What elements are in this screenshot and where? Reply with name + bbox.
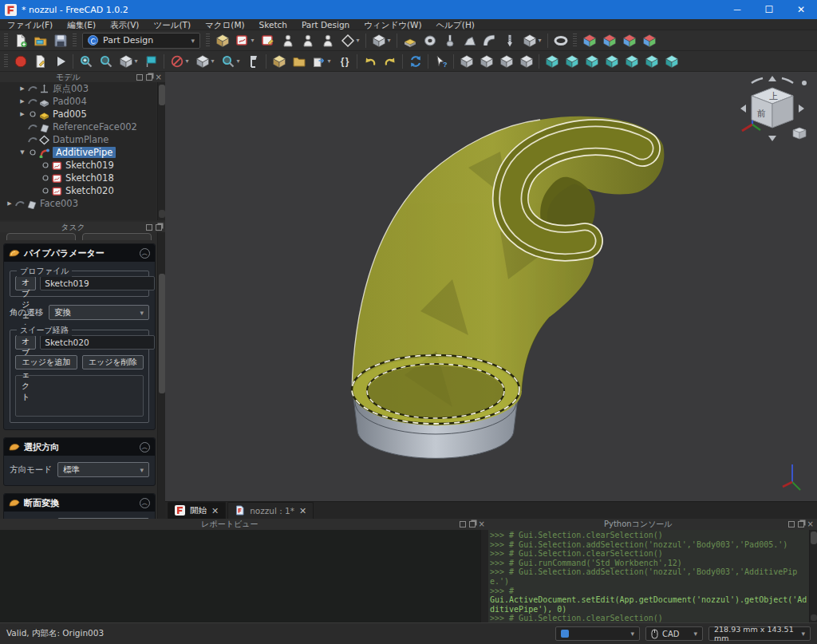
profile-object-button[interactable]: オブジェクト	[15, 276, 36, 290]
minimize-button[interactable]: ─	[721, 0, 753, 19]
navigation-cube[interactable]: 上 前	[736, 75, 809, 148]
macro-edit-button[interactable]	[30, 52, 50, 71]
sketch-validate-button[interactable]	[318, 31, 337, 50]
sketch-reorient-button[interactable]	[298, 31, 318, 50]
hole-button[interactable]	[420, 31, 440, 50]
tree-item-Sketch019[interactable]: Sketch019	[0, 159, 156, 172]
tree-expander-icon[interactable]: ▶	[18, 85, 27, 92]
pad-button[interactable]	[400, 31, 420, 50]
tree-expander-icon[interactable]: ▶	[18, 98, 27, 105]
panel-dock-icon[interactable]	[798, 521, 804, 527]
revolution-button[interactable]	[440, 31, 460, 50]
transform-polar-pattern-button[interactable]	[619, 31, 639, 50]
style-no-shading-button[interactable]	[622, 52, 641, 71]
whats-this-button[interactable]: ?	[431, 52, 451, 71]
tree-item-Sketch020[interactable]: Sketch020	[0, 184, 156, 197]
measure-button[interactable]	[243, 52, 263, 71]
panel-close-icon[interactable]: ×	[807, 521, 814, 527]
refresh-button[interactable]	[405, 52, 425, 71]
create-sketch-button[interactable]: ▾	[232, 31, 258, 50]
panel-float-icon[interactable]	[460, 521, 466, 527]
panel-dock-icon[interactable]	[156, 224, 162, 231]
group-tool-button[interactable]	[289, 52, 309, 71]
selection-color-dropdown[interactable]: ▾	[555, 626, 640, 641]
panel-close-icon[interactable]: ×	[156, 74, 162, 81]
redo-button[interactable]	[380, 52, 400, 71]
edge-list[interactable]	[15, 375, 144, 417]
draw-style-button[interactable]: ▾	[167, 52, 192, 71]
additive-primitive-button[interactable]: ▾	[519, 31, 545, 50]
navigation-style-dropdown[interactable]: CAD ▾	[645, 626, 703, 641]
add-edge-button[interactable]: エッジを追加	[15, 355, 77, 369]
tree-item-Pad004[interactable]: ▶Pad004	[0, 95, 156, 108]
tree-expander-icon[interactable]: ▼	[18, 149, 27, 156]
view-right-button[interactable]	[516, 52, 536, 71]
tree-item-Sketch018[interactable]: Sketch018	[0, 172, 156, 184]
menu-item-8[interactable]: ウィンドウ(W)	[357, 19, 428, 30]
style-flat-lines-button[interactable]	[661, 52, 681, 71]
tree-expander-icon[interactable]: ▶	[18, 111, 27, 117]
part-tool-button[interactable]	[269, 52, 289, 71]
dimension-dropdown[interactable]: 218.93 mm x 143.51 mm ▾	[708, 626, 811, 641]
menu-item-9[interactable]: ヘルプ(H)	[429, 19, 482, 30]
tree-item-Face003[interactable]: ▶Face003	[0, 197, 156, 210]
panel-close-icon[interactable]: ×	[479, 521, 485, 527]
clipping-plane-button[interactable]: ▾	[192, 52, 218, 71]
open-document-button[interactable]	[30, 31, 50, 50]
menu-item-7[interactable]: Part Design	[294, 19, 357, 30]
box-selection-button[interactable]	[141, 52, 161, 71]
direction-mode-combobox[interactable]: 標準 ▾	[57, 462, 149, 477]
transition-combobox[interactable]: 変換 ▾	[49, 305, 149, 320]
edit-sketch-button[interactable]	[258, 31, 278, 50]
menu-item-1[interactable]: ファイル(F)	[0, 19, 60, 30]
style-points-button[interactable]	[562, 52, 582, 71]
menu-item-2[interactable]: 編集(E)	[60, 19, 103, 30]
toolbar-grip[interactable]	[573, 34, 577, 48]
panel-float-icon[interactable]	[788, 521, 795, 527]
create-body-button[interactable]	[212, 31, 232, 50]
workbench-selector[interactable]: Part Design▾	[82, 33, 200, 49]
map-sketch-button[interactable]	[278, 31, 298, 50]
fit-all-button[interactable]	[76, 52, 96, 71]
menu-item-5[interactable]: マクロ(M)	[198, 19, 252, 30]
profile-value-field[interactable]	[40, 276, 155, 290]
additive-loft-button[interactable]	[460, 31, 480, 50]
panel-float-icon[interactable]	[146, 224, 152, 231]
save-document-button[interactable]	[50, 31, 70, 50]
style-as-is-button[interactable]	[542, 52, 562, 71]
cancel-button-clipped[interactable]	[82, 233, 152, 240]
tree-item-DatumPlane[interactable]: DatumPlane	[0, 133, 156, 146]
model-tree-scrollbar[interactable]	[157, 82, 165, 220]
create-clone-button[interactable]: ▾	[369, 31, 394, 50]
view-top-button[interactable]	[496, 52, 516, 71]
undo-button[interactable]	[360, 52, 380, 71]
menu-item-3[interactable]: 表示(V)	[103, 19, 146, 30]
menu-item-6[interactable]: Sketch	[252, 19, 294, 30]
document-tab-2[interactable]: nozzul : 1*✕	[227, 502, 314, 519]
3d-viewport[interactable]: 上 前	[165, 72, 817, 501]
tree-expander-icon[interactable]: ▶	[5, 200, 14, 207]
python-console-content[interactable]: >>> # Gui.Selection.clearSelection()>>> …	[488, 530, 810, 622]
maximize-button[interactable]: ☐	[753, 0, 785, 19]
toolbar-grip[interactable]	[73, 34, 77, 48]
document-tab-1[interactable]: 開始✕	[168, 502, 226, 519]
boolean-operation-button[interactable]	[551, 31, 570, 50]
view-isometric-button[interactable]	[456, 52, 476, 71]
ok-button-clipped[interactable]	[6, 233, 76, 240]
tree-item-AdditivePipe[interactable]: ▼AdditivePipe	[0, 146, 156, 159]
python-console-scrollbar[interactable]	[809, 530, 817, 622]
tree-item-ReferenceFace002[interactable]: ReferenceFace002	[0, 121, 156, 133]
collapse-chevron-icon[interactable]: ︿	[140, 248, 150, 259]
collapse-chevron-icon[interactable]: ︿	[140, 498, 150, 508]
transform-header[interactable]: 断面変換 ︿	[4, 494, 155, 512]
expression-tool-button[interactable]: { }	[334, 52, 354, 71]
path-value-field[interactable]	[40, 335, 155, 350]
axonometric-view-button[interactable]: ▾	[116, 52, 141, 71]
macro-record-button[interactable]	[10, 52, 30, 71]
close-button[interactable]: ✕	[785, 0, 817, 19]
toolbar-grip[interactable]	[4, 54, 8, 69]
tree-item-原点003[interactable]: ▶原点003	[0, 82, 156, 95]
transform-linear-pattern-button[interactable]	[599, 31, 619, 50]
transform-multi-button[interactable]	[639, 31, 659, 50]
additive-pipe-button[interactable]	[480, 31, 499, 50]
